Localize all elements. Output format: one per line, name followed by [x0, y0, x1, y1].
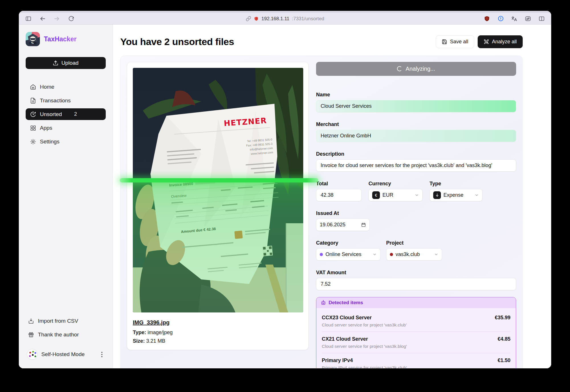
- password-manager-icon[interactable]: [497, 15, 504, 22]
- url-path: :7331/unsorted: [292, 16, 324, 22]
- ublock-extension-icon[interactable]: [484, 15, 490, 22]
- detected-items-box: Detected items CCX23 Cloud Server €35.99…: [316, 297, 516, 368]
- total-field[interactable]: [316, 189, 362, 201]
- receipt-photo[interactable]: HETZNER Tel: +49 9831 505-0 Fax: +49 983…: [133, 68, 303, 312]
- extensions-settings-icon[interactable]: [525, 15, 531, 22]
- currency-label: Currency: [369, 181, 423, 186]
- avatar[interactable]: [27, 349, 38, 360]
- main-content: You have 2 unsorted files Save all Analy…: [113, 25, 551, 368]
- description-label: Description: [316, 151, 516, 157]
- merchant-field[interactable]: [316, 130, 516, 142]
- unsorted-panel: HETZNER Tel: +49 9831 505-0 Fax: +49 983…: [120, 56, 523, 368]
- analyze-all-button[interactable]: Analyze all: [478, 35, 523, 48]
- item-name: CX21 Cloud Server: [322, 336, 368, 342]
- svg-text:%: %: [31, 42, 34, 44]
- category-dot-icon: [320, 253, 323, 256]
- unsorted-count-badge: 2: [74, 111, 77, 117]
- gear-icon: [30, 139, 36, 145]
- save-all-button[interactable]: Save all: [436, 35, 474, 48]
- vat-label: VAT Amount: [316, 270, 516, 275]
- brand[interactable]: % TaxHacker: [26, 32, 106, 46]
- file-name-link[interactable]: IMG_3396.jpg: [133, 319, 170, 326]
- issued-at-label: Issued At: [316, 210, 516, 216]
- import-csv-link[interactable]: Import from CSV: [26, 315, 106, 327]
- browser-toolbar: 192.168.1.11:7331/unsorted: [19, 11, 551, 25]
- split-view-icon[interactable]: [538, 15, 545, 22]
- file-type: Type: image/jpeg: [133, 330, 303, 336]
- sidebar-item-home[interactable]: Home: [26, 81, 106, 93]
- analyzing-button[interactable]: Analyzing...: [316, 62, 516, 76]
- project-select[interactable]: vas3k.club: [386, 248, 442, 261]
- analyze-all-label: Analyze all: [492, 39, 517, 45]
- name-field[interactable]: [316, 100, 516, 112]
- thank-author-label: Thank the author: [38, 332, 79, 338]
- file-text-icon: [30, 98, 36, 104]
- category-label: Category: [316, 240, 380, 246]
- sidebar-item-label: Unsorted: [40, 111, 62, 117]
- category-value: Online Services: [325, 251, 361, 257]
- analysis-form: Analyzing... Name Merchant Description: [316, 62, 516, 368]
- app-name: TaxHacker: [44, 35, 77, 43]
- page-title: You have 2 unsorted files: [120, 36, 234, 47]
- back-icon[interactable]: [39, 15, 46, 22]
- type-select[interactable]: Expense: [429, 189, 483, 201]
- thank-author-link[interactable]: Thank the author: [26, 328, 106, 341]
- description-field[interactable]: [316, 159, 516, 172]
- sidebar-item-unsorted[interactable]: Unsorted 2: [26, 108, 106, 120]
- kebab-menu-icon[interactable]: [99, 351, 105, 358]
- project-dot-icon: [390, 253, 393, 256]
- sidebar: % TaxHacker Upload Home Transactions: [19, 25, 113, 368]
- self-hosted-mode-row: Self-Hosted Mode: [26, 349, 106, 360]
- calendar-icon: [361, 222, 366, 227]
- address-bar[interactable]: 192.168.1.11:7331/unsorted: [246, 13, 324, 25]
- app-logo: %: [26, 32, 40, 46]
- currency-value: EUR: [382, 192, 393, 198]
- swords-icon: [484, 39, 489, 44]
- sidebar-item-transactions[interactable]: Transactions: [26, 95, 106, 106]
- item-price: €1.50: [498, 358, 510, 363]
- project-value: vas3k.club: [396, 251, 420, 257]
- sidebar-item-apps[interactable]: Apps: [26, 122, 106, 134]
- upload-label: Upload: [61, 60, 78, 66]
- item-description: Primary IPv4 service for project 'vas3k.…: [322, 365, 510, 368]
- issued-at-value: 19.06.2025: [320, 222, 345, 228]
- type-label: Type: [429, 181, 483, 186]
- import-icon: [28, 318, 34, 324]
- scan-progress-bar: [120, 178, 318, 182]
- merchant-label: Merchant: [316, 121, 516, 127]
- sidebar-toggle-icon[interactable]: [25, 15, 32, 22]
- analyzing-label: Analyzing...: [406, 66, 435, 72]
- currency-select[interactable]: € EUR: [369, 189, 423, 201]
- save-all-label: Save all: [450, 39, 468, 45]
- translate-icon[interactable]: [511, 15, 518, 22]
- item-description: Cloud server service for project 'vas3k.…: [322, 344, 510, 349]
- robot-icon: [321, 300, 326, 305]
- sidebar-footer: Import from CSV Thank the author: [26, 315, 106, 360]
- expense-arrow-icon: [433, 191, 441, 199]
- item-description: Cloud server service for project 'vas3k.…: [322, 322, 510, 328]
- sidebar-item-label: Apps: [40, 125, 52, 131]
- total-label: Total: [316, 181, 362, 186]
- sidebar-item-label: Home: [40, 84, 54, 90]
- link-icon: [246, 16, 251, 21]
- euro-badge-icon: €: [372, 191, 380, 199]
- import-csv-label: Import from CSV: [38, 318, 78, 324]
- upload-button[interactable]: Upload: [26, 57, 106, 69]
- reload-icon[interactable]: [68, 15, 74, 22]
- blocked-shield-icon: [253, 16, 259, 21]
- name-label: Name: [316, 92, 516, 98]
- chevron-down-icon: [415, 193, 419, 197]
- sidebar-nav: Home Transactions Unsorted 2 Apps: [26, 81, 106, 147]
- sidebar-item-settings[interactable]: Settings: [26, 136, 106, 147]
- category-select[interactable]: Online Services: [316, 248, 380, 261]
- issued-at-field[interactable]: 19.06.2025: [316, 219, 370, 231]
- detected-items-title: Detected items: [329, 300, 363, 306]
- project-label: Project: [386, 240, 442, 246]
- item-name: CCX23 Cloud Server: [322, 315, 372, 321]
- sidebar-item-label: Transactions: [40, 98, 71, 104]
- item-price: €35.99: [495, 315, 510, 321]
- forward-icon[interactable]: [54, 15, 60, 22]
- detected-item: CCX23 Cloud Server €35.99 Cloud server s…: [322, 310, 510, 332]
- vat-field[interactable]: [316, 278, 516, 290]
- save-icon: [442, 39, 447, 44]
